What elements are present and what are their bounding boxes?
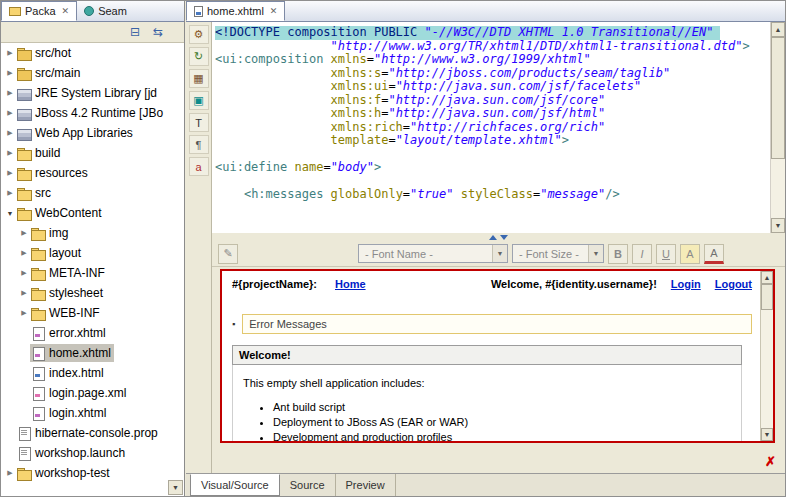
tree-item[interactable]: ▶META-INF	[1, 263, 184, 283]
vpe-text-formatting-icon[interactable]: T	[189, 113, 209, 132]
code-line: template="layout/template.xhtml">	[215, 134, 770, 148]
tree-item[interactable]: index.html	[1, 363, 184, 383]
splitter-up-icon[interactable]	[489, 235, 497, 240]
tree-item[interactable]: ▶resources	[1, 163, 184, 183]
left-tabstrip: Packa ✕ Seam	[1, 1, 184, 22]
tree-item-label: layout	[49, 246, 81, 260]
format-painter-icon[interactable]: ✎	[218, 244, 238, 264]
tab-preview[interactable]: Preview	[336, 474, 396, 496]
collapsed-arrow-icon[interactable]: ▶	[4, 169, 16, 177]
bold-button[interactable]: B	[608, 244, 628, 264]
scroll-up-icon[interactable]: ▲	[761, 271, 773, 284]
collapsed-arrow-icon[interactable]: ▶	[18, 289, 30, 297]
vpe-page-design-options-icon[interactable]: ▦	[189, 69, 209, 88]
tree-item-label: src/hot	[35, 46, 71, 60]
scrollbar-thumb[interactable]	[771, 37, 785, 159]
collapsed-arrow-icon[interactable]: ▶	[4, 149, 16, 157]
tree-item-body: workshop.launch	[16, 444, 128, 462]
tab-home-xhtml[interactable]: home.xhtml ✕	[186, 1, 285, 21]
collapsed-arrow-icon[interactable]: ▶	[4, 69, 16, 77]
tree-item[interactable]: hibernate-console.prop	[1, 423, 184, 443]
tree-item-label: src	[35, 186, 51, 200]
tree-item[interactable]: ▶img	[1, 223, 184, 243]
tree-item[interactable]: ▶JBoss 4.2 Runtime [JBo	[1, 103, 184, 123]
collapsed-arrow-icon[interactable]: ▶	[18, 309, 30, 317]
font-color-icon[interactable]: A	[704, 244, 724, 264]
scroll-up-icon[interactable]: ▲	[771, 22, 785, 37]
tree-item[interactable]: ▶src/hot	[1, 43, 184, 63]
tree-item[interactable]: ▶workshop-test	[1, 463, 184, 483]
tree-item[interactable]: login.page.xml	[1, 383, 184, 403]
editor-splitter[interactable]	[212, 233, 785, 241]
tree-item-label: workshop.launch	[35, 446, 125, 460]
expanded-arrow-icon[interactable]: ▼	[4, 210, 16, 217]
scroll-down-icon[interactable]: ▼	[761, 428, 773, 441]
vpe-show-selection-bar-icon[interactable]: ▣	[189, 91, 209, 110]
tree-item[interactable]: ▶stylesheet	[1, 283, 184, 303]
collapse-all-icon[interactable]: ⊟	[127, 24, 143, 40]
vpe-show-non-visual-tags-icon[interactable]: ¶	[189, 135, 209, 154]
login-link[interactable]: Login	[671, 278, 701, 290]
home-link[interactable]: Home	[335, 278, 366, 290]
project-tree[interactable]: ▶src/hot▶src/main▶JRE System Library [jd…	[1, 43, 184, 496]
tree-item[interactable]: ▶src	[1, 183, 184, 203]
tree-item[interactable]: ▼WebContent	[1, 203, 184, 223]
collapsed-arrow-icon[interactable]: ▶	[18, 229, 30, 237]
close-tab-icon[interactable]: ✕	[270, 6, 278, 16]
tab-visual-source[interactable]: Visual/Source	[190, 474, 280, 496]
tree-item[interactable]: ▶src/main	[1, 63, 184, 83]
tab-source[interactable]: Source	[280, 474, 336, 496]
collapsed-arrow-icon[interactable]: ▶	[18, 269, 30, 277]
underline-button[interactable]: U	[656, 244, 676, 264]
tree-item[interactable]: ▶build	[1, 143, 184, 163]
scroll-down-icon[interactable]: ▼	[771, 218, 785, 233]
tree-item[interactable]: login.xhtml	[1, 403, 184, 423]
tree-item[interactable]: ▶WEB-INF	[1, 303, 184, 323]
scrollbar-thumb[interactable]	[761, 284, 773, 310]
tree-item[interactable]: home.xhtml	[1, 343, 184, 363]
italic-button[interactable]: I	[632, 244, 652, 264]
tree-item[interactable]: error.xhtml	[1, 323, 184, 343]
tab-seam[interactable]: Seam	[77, 1, 134, 21]
font-size-select[interactable]: - Font Size - ▼	[512, 244, 604, 263]
source-scrollbar[interactable]: ▲ ▼	[770, 22, 785, 233]
splitter-down-icon[interactable]	[500, 235, 508, 240]
visual-scrollbar[interactable]: ▲ ▼	[760, 271, 773, 441]
project-icon	[17, 467, 31, 480]
source-code-editor[interactable]: <!DOCTYPE composition PUBLIC "-//W3C//DT…	[212, 22, 770, 233]
welcome-user-label: Welcome, #{identity.username}!	[491, 278, 657, 290]
link-with-editor-icon[interactable]: ⇆	[150, 24, 166, 40]
code-line: xmlns:f="http://java.sun.com/jsf/core"	[215, 94, 770, 108]
folder-icon	[31, 287, 45, 300]
code-line	[215, 175, 770, 189]
tree-scroll-down-button[interactable]: ▼	[168, 480, 183, 495]
tree-item[interactable]: ▶JRE System Library [jd	[1, 83, 184, 103]
visual-document-frame[interactable]: #{projectName}: Home Welcome, #{identity…	[220, 269, 775, 443]
tree-item-label: WebContent	[35, 206, 102, 220]
collapsed-arrow-icon[interactable]: ▶	[4, 89, 16, 97]
code-line: <h:messages globalOnly="true" styleClass…	[215, 188, 770, 202]
collapsed-arrow-icon[interactable]: ▶	[4, 109, 16, 117]
collapsed-arrow-icon[interactable]: ▶	[18, 249, 30, 257]
error-indicator-icon[interactable]: ✗	[765, 454, 776, 469]
code-line: xmlns:h="http://java.sun.com/jsf/html"	[215, 107, 770, 121]
chevron-down-icon[interactable]: ▼	[492, 245, 507, 262]
logout-link[interactable]: Logout	[715, 278, 752, 290]
collapsed-arrow-icon[interactable]: ▶	[4, 49, 16, 57]
highlight-color-icon[interactable]: A	[680, 244, 700, 264]
vpe-side-toolbar: ⚙↻▦▣T¶a	[186, 22, 212, 473]
vpe-externalize-strings-icon[interactable]: a	[189, 157, 209, 176]
close-tab-icon[interactable]: ✕	[62, 6, 70, 16]
collapsed-arrow-icon[interactable]: ▶	[4, 469, 16, 477]
vpe-preferences-icon[interactable]: ⚙	[189, 25, 209, 44]
tree-item[interactable]: ▶Web App Libraries	[1, 123, 184, 143]
collapsed-arrow-icon[interactable]: ▶	[4, 189, 16, 197]
font-name-select[interactable]: - Font Name - ▼	[358, 244, 508, 263]
package-explorer-icon	[9, 7, 21, 16]
tree-item[interactable]: ▶layout	[1, 243, 184, 263]
tree-item[interactable]: workshop.launch	[1, 443, 184, 463]
tab-package-explorer[interactable]: Packa ✕	[1, 1, 77, 21]
vpe-refresh-icon[interactable]: ↻	[189, 47, 209, 66]
collapsed-arrow-icon[interactable]: ▶	[4, 129, 16, 137]
chevron-down-icon[interactable]: ▼	[588, 245, 603, 262]
